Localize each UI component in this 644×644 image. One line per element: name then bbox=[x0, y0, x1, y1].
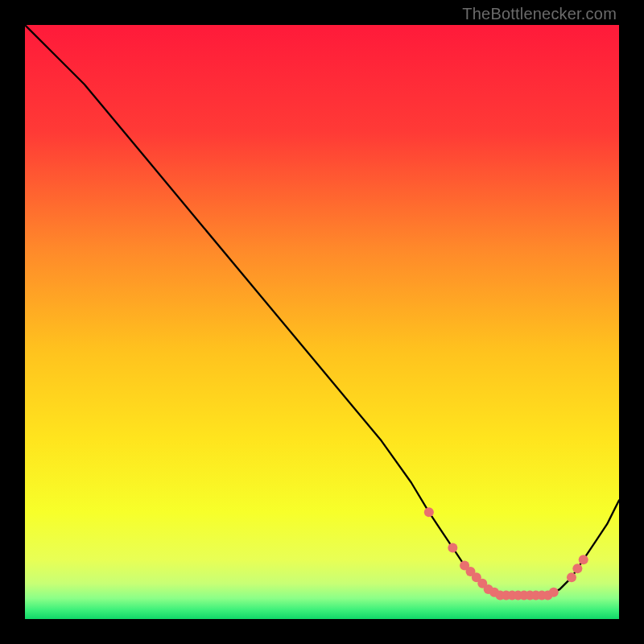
marker-point bbox=[549, 588, 559, 597]
chart-stage: TheBottlenecker.com bbox=[0, 0, 644, 644]
marker-point bbox=[424, 507, 434, 517]
bottleneck-curve bbox=[25, 25, 619, 595]
attribution-label: TheBottlenecker.com bbox=[462, 5, 617, 23]
curve-layer bbox=[25, 25, 619, 619]
marker-point bbox=[448, 543, 457, 552]
plot-area bbox=[25, 25, 619, 619]
marker-point bbox=[572, 564, 582, 573]
marker-point bbox=[567, 572, 576, 582]
marker-point bbox=[579, 555, 588, 564]
